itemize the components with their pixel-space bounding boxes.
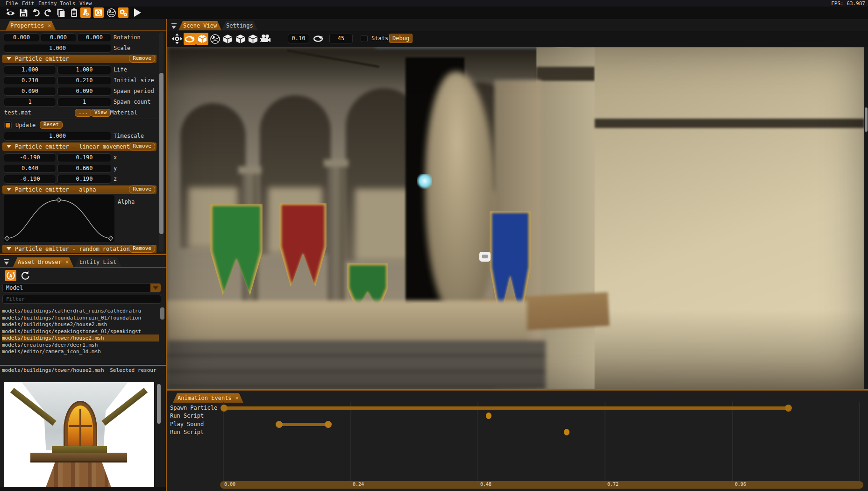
spawn-period-min-field[interactable]: 0.090 bbox=[4, 87, 56, 96]
stats-checkbox[interactable] bbox=[361, 35, 368, 42]
event-range-spawn-particle[interactable] bbox=[224, 406, 789, 410]
section-random-rotation[interactable]: Particle emitter - random rotation Remov… bbox=[2, 245, 157, 253]
menu-view[interactable]: View bbox=[79, 0, 92, 7]
section-particle-emitter[interactable]: Particle emitter Remove bbox=[2, 55, 157, 63]
properties-scrollbar-thumb[interactable] bbox=[159, 73, 164, 234]
reset-button[interactable]: Reset bbox=[40, 121, 63, 129]
play-icon[interactable] bbox=[132, 7, 142, 18]
list-item-selected[interactable]: models/buildings/tower/house2.msh bbox=[2, 334, 159, 342]
camera-speed-field[interactable]: 0.10 bbox=[288, 34, 309, 43]
menu-tools[interactable]: Tools bbox=[60, 0, 75, 7]
spawn-count-min-field[interactable]: 1 bbox=[4, 98, 56, 107]
list-item[interactable]: models/buildings/speakingstones_01/speak… bbox=[2, 328, 159, 335]
model-preview[interactable] bbox=[4, 382, 154, 487]
camera-icon[interactable] bbox=[259, 33, 271, 45]
event-handle[interactable] bbox=[325, 421, 332, 428]
initial-size-min-field[interactable]: 0.210 bbox=[4, 76, 56, 85]
linear-x-max-field[interactable]: 0.190 bbox=[57, 153, 111, 162]
rotation-y-field[interactable]: 0.000 bbox=[41, 33, 76, 42]
close-icon[interactable]: × bbox=[48, 22, 51, 29]
viewport-3d[interactable] bbox=[167, 47, 864, 389]
event-handle[interactable] bbox=[276, 421, 283, 428]
save-icon[interactable] bbox=[18, 7, 28, 18]
auto-reload-orange-icon[interactable]: A bbox=[5, 270, 16, 281]
right-edge-scrollbar-thumb[interactable] bbox=[865, 107, 868, 132]
track-label: Play Sound bbox=[170, 421, 204, 428]
menu-edit[interactable]: Edit bbox=[22, 0, 35, 7]
event-point-run-script[interactable] bbox=[486, 413, 491, 419]
list-item[interactable]: models/editor/camera_icon_3d.msh bbox=[2, 348, 159, 355]
tab-asset-browser[interactable]: Asset Browser× bbox=[13, 257, 73, 267]
list-item[interactable]: models/buildings/foundationruin_01/found… bbox=[2, 314, 159, 321]
menu-entity[interactable]: Entity bbox=[38, 0, 57, 7]
life-min-field[interactable]: 1.000 bbox=[4, 65, 56, 74]
life-max-field[interactable]: 1.000 bbox=[57, 65, 111, 74]
refresh-icon[interactable] bbox=[20, 270, 31, 281]
event-handle[interactable] bbox=[221, 405, 228, 412]
undo-icon[interactable] bbox=[30, 7, 41, 18]
preview-scrollbar-thumb[interactable] bbox=[157, 384, 161, 424]
linear-z-min-field[interactable]: -0.190 bbox=[4, 175, 56, 184]
translate-gizmo-icon[interactable] bbox=[171, 33, 183, 45]
orbit-icon[interactable] bbox=[312, 33, 324, 45]
spawn-period-max-field[interactable]: 0.090 bbox=[57, 87, 111, 96]
pack-orange-icon[interactable] bbox=[80, 7, 91, 18]
linear-y-max-field[interactable]: 0.660 bbox=[57, 164, 111, 173]
add-entity-eye-icon[interactable] bbox=[5, 7, 15, 18]
debug-button[interactable]: Debug bbox=[389, 34, 413, 43]
asset-list-scrollbar-thumb[interactable] bbox=[160, 307, 164, 320]
material-browse-button[interactable]: ... bbox=[75, 109, 92, 117]
list-item[interactable]: models/creatures/deer/deer1.msh bbox=[2, 342, 159, 349]
timeline-ruler[interactable]: 0.00 0.24 0.48 0.72 0.96 bbox=[220, 481, 863, 489]
asset-type-select[interactable]: Model bbox=[2, 283, 161, 292]
remove-emitter-button[interactable]: Remove bbox=[129, 55, 155, 63]
linear-x-min-field[interactable]: -0.190 bbox=[4, 153, 56, 162]
cube-x-icon[interactable] bbox=[221, 33, 234, 45]
local-coords-cube-icon[interactable] bbox=[196, 33, 208, 45]
update-checkbox[interactable] bbox=[4, 121, 12, 129]
spawn-count-max-field[interactable]: 1 bbox=[57, 98, 111, 107]
section-linear-movement[interactable]: Particle emitter - linear movement Remov… bbox=[2, 142, 157, 151]
settings-gears-icon[interactable] bbox=[118, 7, 128, 18]
event-range-play-sound[interactable] bbox=[279, 423, 328, 426]
redo-icon[interactable] bbox=[43, 7, 53, 18]
tab-scene-view[interactable]: Scene View bbox=[178, 21, 221, 30]
scale-field[interactable]: 1.000 bbox=[4, 44, 111, 53]
window-menu-icon[interactable] bbox=[171, 23, 177, 29]
linear-z-max-field[interactable]: 0.190 bbox=[57, 175, 111, 184]
event-point-run-script-2[interactable] bbox=[564, 429, 569, 435]
rotation-z-field[interactable]: 0.000 bbox=[78, 33, 111, 42]
tab-animation-events[interactable]: Animation Events× bbox=[173, 393, 243, 403]
event-handle[interactable] bbox=[785, 405, 792, 412]
initial-size-max-field[interactable]: 0.210 bbox=[57, 76, 111, 85]
tab-entity-list[interactable]: Entity List bbox=[75, 257, 121, 267]
list-item[interactable]: models/buildings/catherdral_ruins/cathed… bbox=[2, 307, 159, 314]
fov-field[interactable]: 45 bbox=[329, 34, 353, 43]
chevron-down-icon[interactable] bbox=[150, 284, 161, 292]
world-icon[interactable] bbox=[209, 33, 221, 45]
tab-properties[interactable]: Properties× bbox=[6, 21, 56, 30]
menu-file[interactable]: File bbox=[6, 0, 18, 7]
alpha-curve-editor[interactable] bbox=[4, 195, 114, 242]
list-item[interactable]: models/buildings/house2/house2.msh bbox=[2, 321, 159, 328]
timescale-field[interactable]: 1.000 bbox=[4, 132, 111, 141]
filter-input[interactable] bbox=[2, 295, 161, 304]
linear-y-min-field[interactable]: 0.640 bbox=[4, 164, 56, 173]
rotate-gizmo-icon[interactable] bbox=[184, 33, 196, 45]
window-menu-icon[interactable] bbox=[4, 259, 10, 265]
remove-alpha-button[interactable]: Remove bbox=[129, 185, 155, 193]
tab-settings[interactable]: Settings bbox=[221, 21, 258, 30]
close-icon[interactable]: × bbox=[235, 395, 239, 401]
world-icon[interactable] bbox=[106, 7, 116, 18]
paste-icon[interactable] bbox=[69, 7, 79, 18]
cube-z-icon[interactable] bbox=[247, 33, 259, 45]
remove-random-rotation-button[interactable]: Remove bbox=[129, 245, 155, 253]
asset-pack-orange-icon[interactable] bbox=[93, 7, 104, 18]
close-icon[interactable]: × bbox=[65, 259, 69, 265]
cube-y-icon[interactable] bbox=[234, 33, 246, 45]
material-view-button[interactable]: View bbox=[91, 109, 111, 117]
section-alpha[interactable]: Particle emitter - alpha Remove bbox=[2, 185, 157, 194]
rotation-x-field[interactable]: 0.000 bbox=[4, 33, 39, 42]
remove-linear-button[interactable]: Remove bbox=[129, 142, 155, 150]
copy-icon[interactable] bbox=[56, 7, 66, 18]
